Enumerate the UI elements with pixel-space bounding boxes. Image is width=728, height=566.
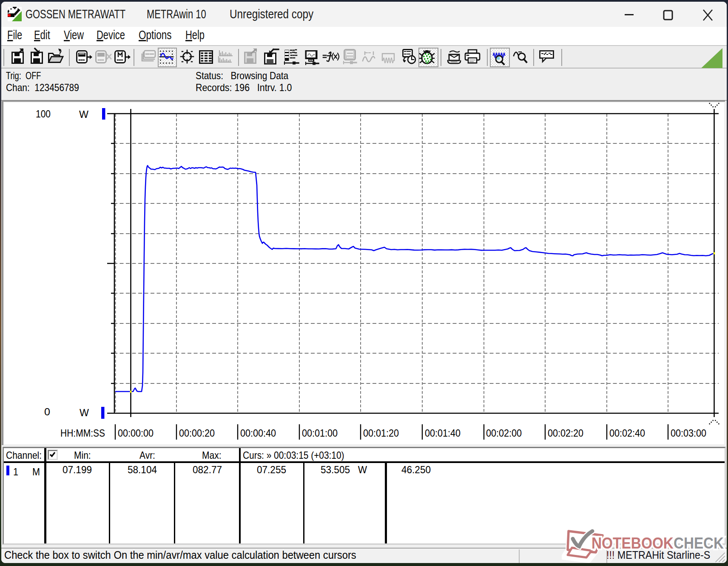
svg-text:W: W: [79, 109, 88, 120]
svg-text:0: 0: [44, 406, 50, 417]
svg-text:NOTEBOOK: NOTEBOOK: [592, 535, 674, 552]
svg-text:00:01:00: 00:01:00: [302, 427, 338, 439]
svg-text:00:03:00: 00:03:00: [671, 427, 706, 439]
svg-text:HH:MM:SS: HH:MM:SS: [60, 427, 105, 439]
svg-text:00:00:00: 00:00:00: [118, 427, 154, 439]
svg-text:00:01:40: 00:01:40: [425, 427, 461, 439]
svg-text:100: 100: [36, 108, 51, 120]
svg-text:00:01:20: 00:01:20: [363, 427, 399, 439]
svg-text:00:00:20: 00:00:20: [179, 427, 215, 439]
svg-text:00:02:40: 00:02:40: [609, 427, 645, 439]
svg-text:CHECK: CHECK: [674, 535, 724, 552]
svg-text:00:02:00: 00:02:00: [486, 427, 522, 439]
svg-text:W: W: [80, 407, 89, 418]
svg-text:00:02:20: 00:02:20: [548, 427, 583, 439]
svg-text:00:00:40: 00:00:40: [240, 427, 276, 439]
